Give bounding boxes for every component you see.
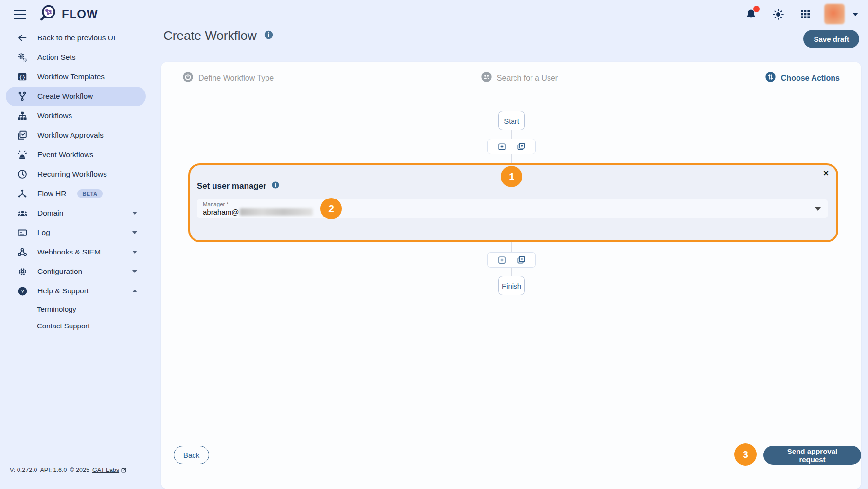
start-node: Start	[498, 111, 525, 130]
step-label: Define Workflow Type	[198, 74, 274, 83]
back-button[interactable]: Back	[174, 446, 209, 464]
notification-badge-dot	[753, 6, 760, 12]
chevron-up-icon	[132, 290, 137, 292]
manager-select-field[interactable]: Manager * abraham@	[197, 199, 828, 218]
clock-icon	[17, 168, 28, 180]
siren-icon	[17, 149, 28, 161]
chevron-down-icon	[132, 270, 137, 273]
sidebar-item-label: Workflows	[37, 111, 72, 120]
sidebar-subitem-contact-support[interactable]: Contact Support	[6, 317, 146, 334]
network-icon	[17, 188, 28, 199]
svg-text:{·}: {·}	[20, 74, 25, 80]
flow-connector	[511, 242, 512, 252]
close-icon[interactable]: ×	[823, 168, 829, 178]
flow-connector	[511, 130, 512, 139]
app-root: FLOW Back to the previous UI Action Sets	[0, 0, 868, 489]
gears-icon	[17, 52, 28, 63]
send-approval-request-button[interactable]: Send approval request	[763, 446, 861, 465]
people-icon	[17, 207, 28, 219]
finish-node: Finish	[498, 276, 525, 295]
sidebar-item-label: Help & Support	[37, 287, 89, 295]
finish-node-label: Finish	[502, 282, 521, 290]
manager-value-redacted	[240, 208, 313, 216]
brand-logo: FLOW	[40, 4, 98, 24]
flow-connector	[511, 154, 512, 163]
add-action-icon[interactable]	[497, 254, 508, 265]
stepper-connector	[281, 78, 474, 78]
sidebar-subitem-label: Contact Support	[37, 322, 89, 330]
step-choose-actions[interactable]: Choose Actions	[765, 72, 840, 85]
topbar: FLOW	[0, 0, 868, 28]
approval-check-icon	[17, 129, 28, 141]
chevron-down-icon	[132, 231, 137, 234]
sidebar-item-back[interactable]: Back to the previous UI	[6, 28, 146, 48]
sidebar-item-workflows[interactable]: Workflows	[6, 106, 146, 126]
user-avatar[interactable]	[824, 4, 845, 24]
annotation-circle-3: 3	[734, 443, 757, 466]
sidebar-item-webhooks-siem[interactable]: Webhooks & SIEM	[6, 242, 146, 262]
sidebar-item-workflow-approvals[interactable]: Workflow Approvals	[6, 126, 146, 145]
page-title: Create Workflow	[163, 28, 257, 43]
manager-field-label: Manager *	[203, 201, 822, 207]
theme-toggle-sun-icon[interactable]	[772, 8, 784, 20]
help-icon: ?	[17, 285, 28, 297]
sidebar-item-action-sets[interactable]: Action Sets	[6, 48, 146, 67]
stepper-connector	[565, 78, 758, 78]
page-title-info-icon[interactable]	[264, 30, 274, 42]
sidebar-item-log[interactable]: Log	[6, 223, 146, 242]
add-action-set-icon[interactable]	[516, 141, 527, 152]
sidebar-item-label: Event Workflows	[37, 150, 93, 159]
sidebar-item-label: Flow HR	[37, 189, 66, 198]
chevron-down-icon	[132, 251, 137, 254]
sidebar-item-label: Action Sets	[37, 53, 75, 62]
sidebar-item-domain[interactable]: Domain	[6, 203, 146, 223]
chevron-down-icon	[132, 212, 137, 215]
sidebar-item-label: Webhooks & SIEM	[37, 248, 101, 256]
add-action-icon[interactable]	[497, 141, 508, 152]
action-card-title: Set user manager	[197, 181, 266, 191]
account-caret-down-icon[interactable]	[852, 13, 858, 16]
start-node-label: Start	[504, 117, 519, 125]
flow-connector	[511, 268, 512, 276]
sidebar-subitem-terminology[interactable]: Terminology	[6, 301, 146, 317]
save-draft-button[interactable]: Save draft	[803, 30, 859, 48]
sidebar-item-label: Recurring Workflows	[37, 170, 107, 179]
hamburger-menu-icon[interactable]	[14, 10, 26, 19]
branch-icon	[17, 91, 28, 102]
sidebar-item-help-support[interactable]: ? Help & Support	[6, 281, 146, 301]
sidebar-item-workflow-templates[interactable]: {·} Workflow Templates	[6, 67, 146, 87]
sidebar-item-label: Domain	[37, 209, 63, 217]
sidebar-item-flow-hr[interactable]: Flow HR BETA	[6, 184, 146, 203]
webhook-icon	[17, 246, 28, 258]
beta-badge: BETA	[77, 189, 102, 198]
step-label: Search for a User	[497, 74, 558, 83]
sidebar-item-event-workflows[interactable]: Event Workflows	[6, 145, 146, 164]
dropdown-caret-icon[interactable]	[815, 207, 821, 211]
sidebar-nav: Back to the previous UI Action Sets {·} …	[0, 28, 152, 489]
sidebar-item-label: Back to the previous UI	[37, 34, 115, 42]
action-info-icon[interactable]	[271, 181, 280, 191]
add-action-set-icon[interactable]	[516, 254, 527, 265]
sidebar-item-label: Log	[37, 228, 50, 237]
step-label: Choose Actions	[781, 74, 840, 83]
gear-icon	[17, 266, 28, 277]
annotation-circle-1: 1	[501, 166, 522, 187]
brand-name: FLOW	[62, 7, 98, 21]
step-search-for-user[interactable]: Search for a User	[481, 72, 558, 85]
sidebar-item-recurring-workflows[interactable]: Recurring Workflows	[6, 164, 146, 184]
sitemap-icon	[17, 110, 28, 122]
sidebar-item-create-workflow[interactable]: Create Workflow	[6, 87, 146, 106]
log-icon	[17, 227, 28, 238]
insert-action-toolbar-top	[487, 139, 536, 154]
api-version: API: 1.6.0	[40, 467, 67, 473]
stepper: Define Workflow Type Search for a User C…	[161, 72, 861, 85]
topbar-actions	[744, 4, 858, 24]
step-define-workflow-type[interactable]: Define Workflow Type	[182, 72, 274, 85]
sidebar-item-configuration[interactable]: Configuration	[6, 262, 146, 281]
notifications-bell-icon[interactable]	[744, 8, 757, 20]
manager-field-value: abraham@	[203, 208, 239, 216]
apps-grid-icon[interactable]	[799, 8, 812, 20]
insert-action-toolbar-bottom	[487, 252, 536, 268]
gat-labs-link[interactable]: GAT Labs	[92, 467, 127, 473]
sidebar-item-label: Configuration	[37, 267, 82, 276]
